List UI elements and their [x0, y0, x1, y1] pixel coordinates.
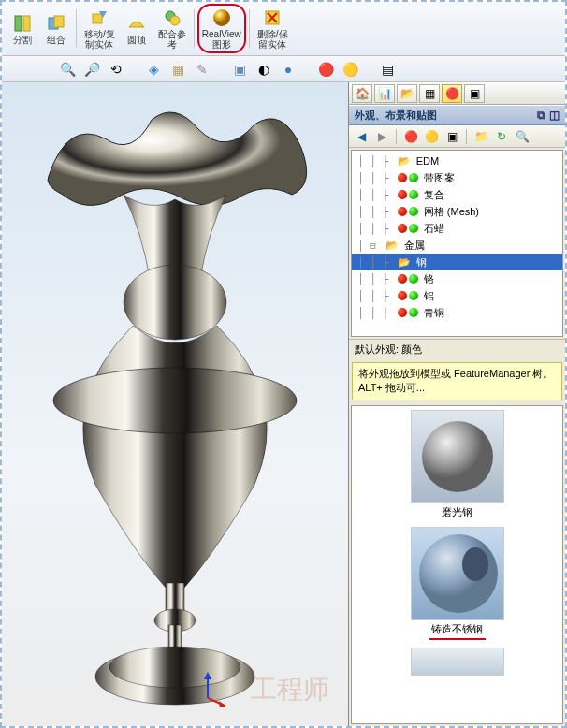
ball-icon [409, 291, 418, 300]
folder-icon: 📂 [398, 256, 411, 269]
tree-item-label: 钢 [416, 255, 427, 269]
appearance-panel: 🏠 📊 📂 ▦ 🔴 ▣ 外观、布景和贴图 ⧉ ◫ ◀ ▶ 🔴 🟡 ▣ 📁 ↻ 🔍… [348, 82, 565, 726]
delete-icon [262, 7, 283, 28]
ball-icon [398, 291, 407, 300]
dome-icon [126, 13, 147, 34]
pin-icon[interactable]: ⧉ [537, 109, 545, 122]
tab-home-icon[interactable]: 🏠 [352, 84, 372, 103]
ball-icon [398, 274, 407, 284]
tree-item[interactable]: │ │ ├ 带图案 [352, 169, 562, 186]
tab-design-icon[interactable]: 📊 [374, 84, 395, 103]
tree-item[interactable]: │ │ ├ 复合 [352, 186, 562, 203]
dome-label: 圆顶 [127, 35, 146, 45]
close-panel-icon[interactable]: ◫ [549, 109, 560, 122]
folder-icon: 📂 [398, 155, 411, 167]
section-icon[interactable]: ▦ [168, 60, 187, 79]
move-copy-label: 移动/复 制实体 [84, 29, 115, 50]
hint-text: 将外观拖放到模型或 FeatureManager 树。ALT+ 拖动可... [358, 368, 553, 393]
tree-item-label: 铬 [424, 272, 434, 286]
material-label: 磨光钢 [356, 505, 559, 519]
zoom-prev-icon[interactable]: ⟲ [107, 60, 125, 79]
panel-title: 外观、布景和贴图 [355, 109, 437, 123]
tree-item[interactable]: │ │ ├ 📂EDM [352, 153, 562, 169]
tree-item[interactable]: │ │ ├ 网格 (Mesh) [352, 203, 562, 220]
svg-rect-1 [23, 16, 30, 31]
tree-item[interactable]: │ │ ├ 石蜡 [352, 220, 562, 237]
tree-item[interactable]: │ ⊟ 📂金属 [352, 237, 562, 254]
combine-icon [46, 13, 66, 34]
model-viewport[interactable]: 工程师 [2, 82, 348, 726]
appearance-tree[interactable]: │ │ ├ 📂EDM│ │ ├ 带图案│ │ ├ 复合│ │ ├ 网格 (Mes… [351, 150, 563, 337]
tree-item[interactable]: │ │ ├ 铬 [352, 270, 562, 287]
delete-keep-label: 删除/保 留实体 [257, 29, 288, 50]
ball-icon [398, 207, 407, 216]
ball-icon [398, 190, 407, 199]
move-copy-button[interactable]: 移动/复 制实体 [80, 4, 120, 53]
tree-item[interactable]: │ │ ├ 铝 [352, 287, 562, 304]
realview-icon [211, 7, 232, 28]
tab-folder-icon[interactable]: 📂 [397, 84, 417, 103]
hide-show-icon[interactable]: ◐ [254, 60, 273, 79]
tab-decal-icon[interactable]: ▣ [464, 84, 485, 103]
svg-point-10 [53, 368, 297, 433]
zoom-area-icon[interactable]: 🔎 [82, 60, 101, 79]
tab-appearance-icon[interactable]: 🔴 [442, 84, 462, 103]
ball-icon [409, 308, 418, 317]
tree-item-label: 石蜡 [424, 222, 444, 236]
split-button[interactable]: 分割 [6, 4, 39, 53]
svg-rect-13 [168, 625, 182, 648]
cube-icon[interactable]: ▣ [443, 128, 460, 145]
panel-header: 外观、布景和贴图 ⧉ ◫ [349, 105, 565, 125]
vase-model [11, 92, 339, 719]
svg-point-9 [124, 265, 226, 340]
back-icon[interactable]: ◀ [353, 128, 370, 145]
ball-icon [409, 190, 418, 199]
move-icon [89, 7, 109, 28]
combine-button[interactable]: 组合 [39, 4, 73, 53]
svg-marker-19 [219, 701, 226, 707]
search-icon[interactable]: 🔍 [514, 128, 531, 145]
combine-label: 组合 [47, 35, 65, 45]
realview-button[interactable]: RealView 图形 [197, 4, 246, 53]
svg-point-6 [170, 16, 180, 25]
zoom-fit-icon[interactable]: 🔍 [58, 60, 77, 79]
tab-grid-icon[interactable]: ▦ [419, 84, 440, 103]
draft-icon[interactable]: ✎ [193, 60, 211, 79]
ball-icon [409, 173, 418, 182]
svg-rect-0 [15, 16, 22, 31]
display-style-icon[interactable]: ▣ [230, 60, 249, 79]
delete-keep-button[interactable]: 删除/保 留实体 [253, 4, 293, 53]
toolbar-separator [76, 9, 77, 48]
tree-item-label: 复合 [424, 188, 444, 202]
svg-point-20 [422, 421, 493, 492]
material-preview [411, 527, 504, 620]
tree-item[interactable]: │ │ ├ 青铜 [352, 304, 562, 321]
material-list[interactable]: 磨光钢 铸造不锈钢 [351, 405, 563, 724]
mate-ref-button[interactable]: 配合参 考 [153, 4, 191, 53]
material-polished-steel[interactable]: 磨光钢 [356, 410, 559, 519]
material-preview-partial [411, 648, 504, 676]
split-icon [12, 13, 33, 34]
tree-item[interactable]: │ │ ├ 📂钢 [352, 254, 562, 270]
svg-point-7 [213, 9, 230, 26]
svg-rect-3 [54, 16, 64, 27]
ball-icon [409, 224, 418, 233]
material-cast-stainless[interactable]: 铸造不锈钢 [356, 527, 559, 640]
refresh-icon[interactable]: ↻ [493, 128, 510, 145]
tree-item-label: 带图案 [424, 171, 455, 185]
default-appearance-row: 默认外观: 颜色 [349, 339, 565, 359]
yellow-ball-icon[interactable]: 🟡 [423, 128, 440, 145]
view-orient-icon[interactable]: ◈ [144, 60, 163, 79]
material-partial[interactable] [356, 648, 559, 676]
scene-icon[interactable]: 🟡 [341, 60, 359, 79]
shaded-icon[interactable]: ● [279, 60, 298, 79]
default-appearance-label: 默认外观: 颜色 [355, 343, 422, 355]
red-ball-icon[interactable]: 🔴 [402, 128, 419, 145]
render-icon[interactable]: ▤ [378, 60, 397, 79]
new-folder-icon[interactable]: 📁 [472, 128, 489, 145]
svg-marker-17 [204, 672, 211, 679]
appearance-icon[interactable]: 🔴 [316, 60, 335, 79]
dome-button[interactable]: 圆顶 [120, 4, 153, 53]
tree-item-label: EDM [416, 155, 439, 167]
fwd-icon[interactable]: ▶ [373, 128, 390, 145]
